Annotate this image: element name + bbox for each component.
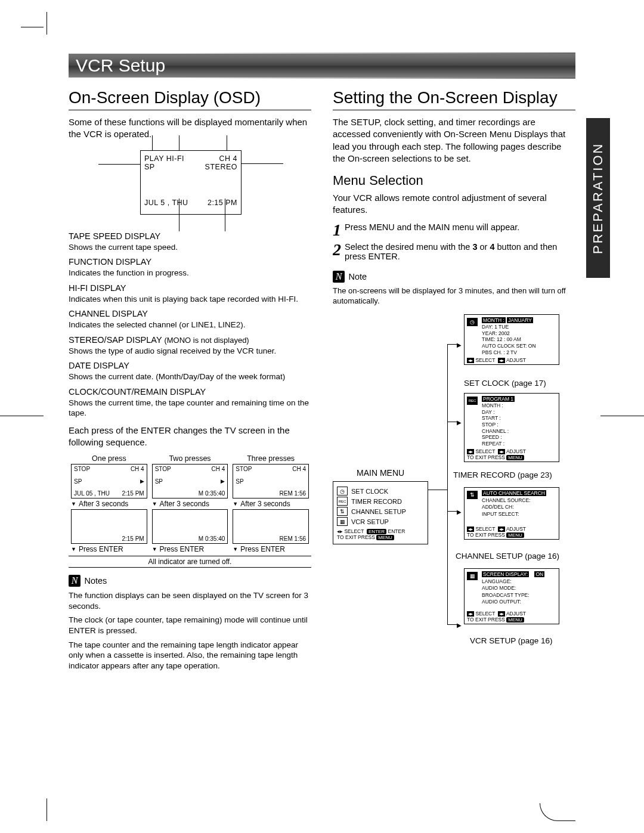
crop-mark [47,798,47,821]
osd-channel: CH 4 [219,154,237,163]
channel-setup-caption: CHANNEL SETUP (page 16) [456,552,559,561]
vcr-icon: ▦ [467,572,478,580]
clock-icon: ◷ [467,318,478,326]
timer-record-block: REC PROGRAM 1 MONTH : DAY : START : STOP… [464,393,559,462]
vcr-setup-caption: VCR SETUP (page 16) [470,636,553,645]
menu-item-timer-record: TIMER RECORD [337,497,424,506]
crop-mark [47,12,47,35]
setting-osd-heading: Setting the On-Screen Display [333,88,575,110]
def-tape-speed: TAPE SPEED DISPLAY [69,231,311,241]
page-corner-mark [540,803,575,821]
vcr-icon [337,517,348,526]
note-icon: N [333,271,345,283]
osd-definitions: TAPE SPEED DISPLAY Shows the current tap… [69,231,311,419]
rec-icon [337,497,348,506]
vcr-setup-block: ▦ SCREEN DISPLAY: ON LANGUAGE: AUDIO MOD… [464,568,559,624]
crop-mark [21,27,44,27]
antenna-icon [337,507,348,516]
def-clock-count: CLOCK/COUNT/REMAIN DISPLAY [69,387,311,397]
timer-record-caption: TIMER RECORD (page 23) [453,470,552,479]
antenna-icon: ⇅ [467,491,478,499]
def-channel: CHANNEL DISPLAY [69,309,311,318]
note-block: N Note The on-screens will be displayed … [333,271,575,306]
main-menu-label: MAIN MENU [357,468,404,478]
left-column: On-Screen Display (OSD) Some of these fu… [69,88,311,674]
def-stereo-sap: STEREO/SAP DISPLAY (MONO is not displaye… [69,335,311,345]
crop-mark [0,416,44,416]
menu-item-set-clock: SET CLOCK [337,487,424,496]
notes-block: N Notes The function displays can be see… [69,575,311,671]
osd-one-press: STOPCH 4 SP JUL 05 , THU2:15 PM [71,464,147,498]
osd-two-presses: STOPCH 4 SP M 0:35:40 [152,464,228,498]
step-number-2: 2 [333,242,341,257]
right-column: Setting the On-Screen Display The SETUP,… [333,88,575,674]
step-1: 1 Press MENU and the MAIN menu will appe… [333,222,575,237]
menu-selection-heading: Menu Selection [333,173,575,188]
channel-setup-block: ⇅ AUTO CHANNEL SEARCH CHANNEL SOURCE: AD… [464,487,559,540]
main-menu-block: SET CLOCK TIMER RECORD CHANNEL SETUP VCR… [333,481,428,544]
menu-item-vcr-setup: VCR SETUP [337,517,424,526]
note-icon: N [69,575,80,587]
step-number-1: 1 [333,222,341,237]
rec-icon: REC [467,397,478,405]
press-headers: One press Two presses Three presses [69,454,311,463]
osd-date: JUL 5 , THU [144,199,188,207]
page-title-bar: VCR Setup [69,52,575,79]
crop-mark [600,416,644,416]
osd-speed: SP [144,163,155,171]
menu-diagram: MAIN MENU SET CLOCK TIMER RECORD CHANNEL… [333,314,575,648]
def-date: DATE DISPLAY [69,361,311,370]
osd-time: 2:15 PM [208,199,237,207]
osd-func: PLAY HI-FI [144,154,184,163]
enter-sequence-intro: Each press of the ENTER changes the TV s… [69,425,311,449]
set-clock-caption: SET CLOCK (page 17) [464,379,546,388]
clock-icon [337,487,348,496]
osd-illustration: PLAY HI-FICH 4 SPSTEREO JUL 5 , THU2:15 … [116,150,265,215]
osd-intro: Some of these functions will be displaye… [69,116,311,141]
page-title: VCR Setup [76,55,165,75]
def-function: FUNCTION DISPLAY [69,257,311,267]
step-2: 2 Select the desired menu with the 3 or … [333,242,575,261]
section-tab-preparation: PREPARATION [586,118,610,278]
osd-three-presses: STOPCH 4 SP REM 1:56 [233,464,309,498]
all-off-caption: All indicator are turned off. [69,556,311,568]
menu-item-channel-setup: CHANNEL SETUP [337,507,424,516]
osd-heading: On-Screen Display (OSD) [69,88,311,110]
set-clock-block: ◷ MONTH : JANUARY DAY: 1 TUE YEAR: 2002 … [464,314,559,365]
menu-selection-intro: Your VCR allows remote control adjustmen… [333,192,575,216]
page-content: VCR Setup PREPARATION On-Screen Display … [69,52,575,797]
setting-osd-intro: The SETUP, clock setting, and timer reco… [333,116,575,165]
def-hifi: HI-FI DISPLAY [69,283,311,293]
osd-stereo: STEREO [205,163,237,171]
